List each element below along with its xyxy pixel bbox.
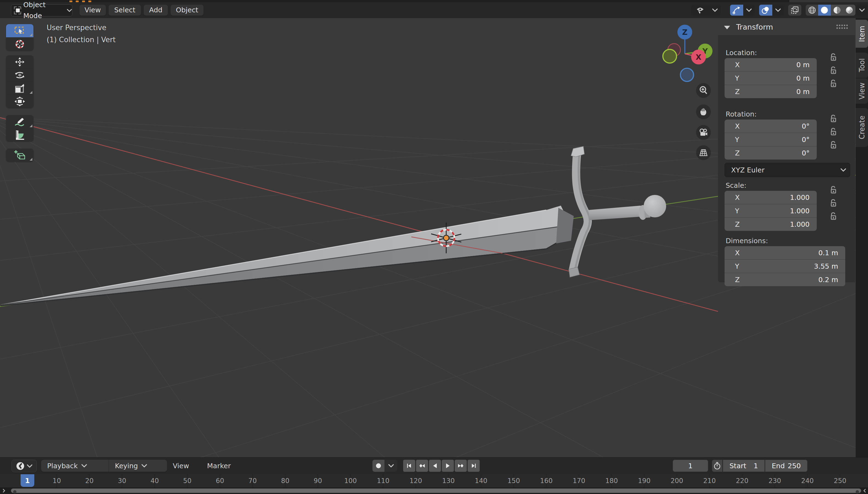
zoom-button[interactable] [696, 83, 711, 98]
tab-item[interactable]: Item [856, 20, 868, 48]
tab-create[interactable]: Create [856, 108, 868, 147]
shading-wireframe-icon[interactable] [806, 5, 818, 16]
ruler-frame-label: 140 [475, 477, 487, 485]
ruler-frame-label: 160 [540, 477, 553, 485]
timeline-marker-menu[interactable]: Marker [207, 460, 231, 472]
field-location-y[interactable]: Y0 m [724, 72, 817, 85]
chevron-down-icon [67, 7, 72, 14]
lock-scale-z-icon[interactable] [829, 212, 837, 221]
camera-view-button[interactable] [696, 125, 711, 140]
tool-annotate[interactable] [6, 115, 34, 128]
lock-rotation-z-icon[interactable] [829, 140, 837, 149]
timeline-view-menu[interactable]: View [173, 460, 189, 472]
scrollbar-right-handle[interactable] [856, 490, 859, 493]
show-overlays-icon[interactable] [759, 5, 772, 16]
svg-text:X: X [696, 53, 701, 61]
field-dimensions-z[interactable]: Z0.2 m [724, 273, 845, 286]
field-rotation-y[interactable]: Y0° [724, 133, 817, 146]
field-scale-z[interactable]: Z1.000 [724, 218, 817, 231]
menu-object[interactable]: Object [171, 5, 204, 16]
tool-add-cube[interactable] [6, 149, 34, 162]
gizmo-axis-neg-z[interactable] [680, 68, 694, 81]
play-reverse-button[interactable] [429, 460, 441, 472]
toggle-xray-icon[interactable] [788, 5, 801, 16]
sword-object[interactable] [1, 146, 666, 306]
tab-view[interactable]: View [856, 78, 868, 103]
shading-solid-icon[interactable] [818, 5, 831, 16]
keying-menu[interactable]: Keying [109, 460, 167, 472]
show-gizmo-icon[interactable] [730, 5, 743, 16]
use-preview-range-button[interactable] [712, 460, 722, 472]
scale-label: Scale: [726, 182, 747, 189]
playhead[interactable]: 1 [21, 474, 34, 487]
lock-rotation-y-icon[interactable] [829, 128, 837, 136]
editor-type-button[interactable] [12, 460, 37, 472]
lock-rotation-x-icon[interactable] [829, 114, 837, 123]
tool-measure[interactable] [6, 128, 34, 141]
object-type-visibility-icon[interactable] [691, 5, 709, 16]
field-rotation-z[interactable]: Z0° [724, 146, 817, 159]
lock-scale-x-icon[interactable] [829, 186, 837, 194]
menu-select[interactable]: Select [109, 5, 141, 16]
tool-move[interactable] [6, 55, 34, 69]
field-location-z[interactable]: Z0 m [724, 85, 817, 98]
lock-location-z-icon[interactable] [829, 79, 837, 88]
current-frame-field[interactable]: 1 [673, 460, 708, 472]
jump-to-start-button[interactable] [403, 460, 415, 472]
panel-header[interactable]: Transform [718, 19, 855, 35]
field-dimensions-y[interactable]: Y3.55 m [724, 260, 845, 273]
menu-view[interactable]: View [79, 5, 106, 16]
shading-material-icon[interactable] [831, 5, 843, 16]
tool-cursor[interactable] [6, 38, 34, 51]
expand-left-icon[interactable] [1, 488, 6, 493]
timeline-ruler[interactable]: 1020304050607080901001101201301401501601… [0, 474, 868, 488]
lock-location-y-icon[interactable] [829, 66, 837, 75]
record-button[interactable] [373, 460, 384, 472]
gizmo-dropdown[interactable] [743, 5, 755, 16]
record-options-dropdown[interactable] [385, 460, 397, 472]
tool-transform[interactable] [6, 95, 34, 108]
shading-rendered-icon[interactable] [843, 5, 855, 16]
scrollbar-left-handle[interactable] [13, 490, 16, 493]
prev-keyframe-button[interactable] [416, 460, 428, 472]
collapse-triangle-icon[interactable] [724, 26, 730, 29]
next-keyframe-button[interactable] [455, 460, 467, 472]
playback-menu[interactable]: Playback [41, 460, 109, 472]
play-button[interactable] [442, 460, 454, 472]
field-scale-x[interactable]: X1.000 [724, 191, 817, 204]
rotation-mode-dropdown[interactable]: XYZ Euler [724, 163, 850, 177]
rotation-label: Rotation: [726, 110, 757, 118]
timeline-scroll-area [0, 488, 868, 494]
panel-grip-icon[interactable] [836, 24, 849, 30]
toggle-ortho-button[interactable] [696, 145, 711, 160]
tool-box-select[interactable] [6, 24, 34, 37]
mode-dropdown[interactable]: Object Mode [11, 4, 72, 16]
pan-button[interactable] [696, 104, 711, 119]
field-rotation-x[interactable]: X0° [724, 119, 817, 133]
field-dimensions-x[interactable]: X0.1 m [724, 246, 845, 260]
start-frame-field[interactable]: Start 1 [723, 460, 765, 472]
navigation-gizmo[interactable]: Z Y X [656, 22, 716, 85]
lock-scale-y-icon[interactable] [829, 199, 837, 208]
ruler-frame-label: 190 [638, 477, 650, 485]
expand-right-icon[interactable] [862, 488, 867, 493]
tool-scale[interactable] [6, 82, 34, 95]
rotate-icon [14, 70, 25, 81]
gizmo-axis-neg-y[interactable] [663, 49, 677, 63]
field-location-x[interactable]: X0 m [724, 58, 817, 72]
shading-dropdown[interactable] [856, 5, 867, 16]
tool-rotate[interactable] [6, 69, 34, 82]
chevron-down-icon [712, 7, 718, 13]
ruler-frame-label: 120 [410, 477, 422, 485]
play-reverse-icon [431, 462, 438, 469]
field-scale-y[interactable]: Y1.000 [724, 204, 817, 218]
lock-location-x-icon[interactable] [829, 53, 837, 62]
horizontal-scrollbar[interactable] [11, 489, 861, 493]
jump-to-end-icon [470, 462, 477, 469]
jump-to-end-button[interactable] [468, 460, 480, 472]
end-frame-field[interactable]: End 250 [765, 460, 807, 472]
menu-add[interactable]: Add [144, 5, 168, 16]
tab-tool[interactable]: Tool [856, 53, 868, 78]
visibility-dropdown[interactable] [709, 5, 721, 16]
overlays-dropdown[interactable] [772, 5, 784, 16]
